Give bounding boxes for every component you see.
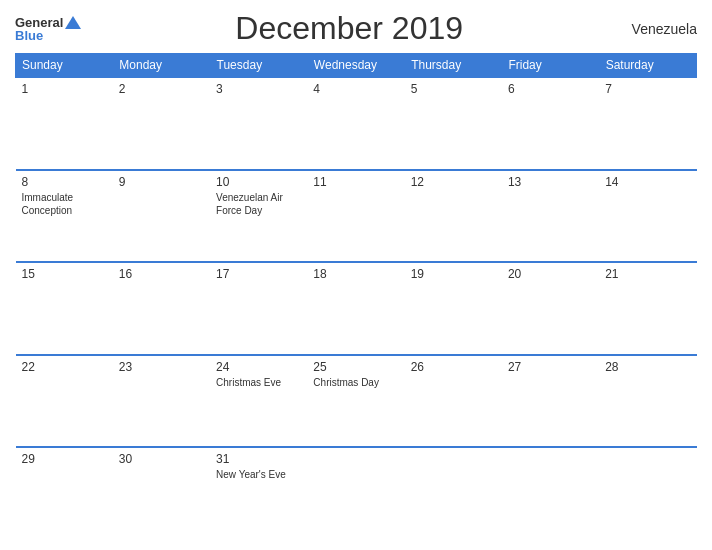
calendar-table: SundayMondayTuesdayWednesdayThursdayFrid… (15, 53, 697, 540)
calendar-cell: 4 (307, 77, 404, 170)
calendar-week-row: 15161718192021 (16, 262, 697, 355)
day-number: 17 (216, 267, 301, 281)
calendar-cell (405, 447, 502, 540)
calendar-cell: 27 (502, 355, 599, 448)
day-number: 23 (119, 360, 204, 374)
calendar-cell: 19 (405, 262, 502, 355)
day-number: 20 (508, 267, 593, 281)
day-number: 12 (411, 175, 496, 189)
calendar-cell: 3 (210, 77, 307, 170)
day-number: 26 (411, 360, 496, 374)
day-number: 29 (22, 452, 107, 466)
calendar-cell: 16 (113, 262, 210, 355)
logo-triangle-icon (65, 16, 81, 29)
day-number: 24 (216, 360, 301, 374)
calendar-cell: 20 (502, 262, 599, 355)
logo-blue-text: Blue (15, 29, 43, 42)
day-number: 3 (216, 82, 301, 96)
calendar-cell: 31New Year's Eve (210, 447, 307, 540)
calendar-cell: 28 (599, 355, 696, 448)
day-number: 21 (605, 267, 690, 281)
day-number: 25 (313, 360, 398, 374)
calendar-week-row: 8Immaculate Conception910Venezuelan Air … (16, 170, 697, 263)
logo: General Blue (15, 16, 81, 42)
day-number: 27 (508, 360, 593, 374)
day-number: 13 (508, 175, 593, 189)
day-number: 9 (119, 175, 204, 189)
calendar-cell: 5 (405, 77, 502, 170)
calendar-cell: 21 (599, 262, 696, 355)
logo-general-text: General (15, 16, 63, 29)
calendar-cell (502, 447, 599, 540)
day-number: 5 (411, 82, 496, 96)
calendar-cell: 7 (599, 77, 696, 170)
calendar-header-saturday: Saturday (599, 54, 696, 78)
calendar-header-row: SundayMondayTuesdayWednesdayThursdayFrid… (16, 54, 697, 78)
calendar-cell: 24Christmas Eve (210, 355, 307, 448)
calendar-week-row: 222324Christmas Eve25Christmas Day262728 (16, 355, 697, 448)
day-number: 10 (216, 175, 301, 189)
calendar-cell: 30 (113, 447, 210, 540)
day-number: 7 (605, 82, 690, 96)
calendar-event: Immaculate Conception (22, 191, 107, 217)
day-number: 16 (119, 267, 204, 281)
day-number: 22 (22, 360, 107, 374)
calendar-cell (599, 447, 696, 540)
calendar-cell: 25Christmas Day (307, 355, 404, 448)
calendar-header-sunday: Sunday (16, 54, 113, 78)
day-number: 14 (605, 175, 690, 189)
calendar-cell: 10Venezuelan Air Force Day (210, 170, 307, 263)
day-number: 31 (216, 452, 301, 466)
day-number: 11 (313, 175, 398, 189)
calendar-header-thursday: Thursday (405, 54, 502, 78)
calendar-cell: 14 (599, 170, 696, 263)
calendar-week-row: 1234567 (16, 77, 697, 170)
day-number: 28 (605, 360, 690, 374)
calendar-week-row: 293031New Year's Eve (16, 447, 697, 540)
calendar-cell: 12 (405, 170, 502, 263)
calendar-cell: 17 (210, 262, 307, 355)
calendar-cell: 8Immaculate Conception (16, 170, 113, 263)
calendar-cell: 11 (307, 170, 404, 263)
calendar-cell: 23 (113, 355, 210, 448)
day-number: 30 (119, 452, 204, 466)
calendar-event: New Year's Eve (216, 468, 301, 481)
calendar-cell: 6 (502, 77, 599, 170)
day-number: 4 (313, 82, 398, 96)
day-number: 6 (508, 82, 593, 96)
calendar-event: Christmas Eve (216, 376, 301, 389)
day-number: 8 (22, 175, 107, 189)
country-label: Venezuela (617, 21, 697, 37)
calendar-cell (307, 447, 404, 540)
calendar-cell: 18 (307, 262, 404, 355)
header: General Blue December 2019 Venezuela (15, 10, 697, 47)
calendar-cell: 15 (16, 262, 113, 355)
day-number: 2 (119, 82, 204, 96)
calendar-cell: 13 (502, 170, 599, 263)
calendar-header-monday: Monday (113, 54, 210, 78)
calendar-cell: 29 (16, 447, 113, 540)
calendar-cell: 2 (113, 77, 210, 170)
calendar-event: Christmas Day (313, 376, 398, 389)
day-number: 15 (22, 267, 107, 281)
calendar-cell: 22 (16, 355, 113, 448)
day-number: 19 (411, 267, 496, 281)
calendar-header-tuesday: Tuesday (210, 54, 307, 78)
calendar-cell: 1 (16, 77, 113, 170)
calendar-cell: 26 (405, 355, 502, 448)
calendar-cell: 9 (113, 170, 210, 263)
calendar-event: Venezuelan Air Force Day (216, 191, 301, 217)
calendar-title: December 2019 (235, 10, 463, 47)
day-number: 1 (22, 82, 107, 96)
calendar-header-wednesday: Wednesday (307, 54, 404, 78)
day-number: 18 (313, 267, 398, 281)
calendar-header-friday: Friday (502, 54, 599, 78)
